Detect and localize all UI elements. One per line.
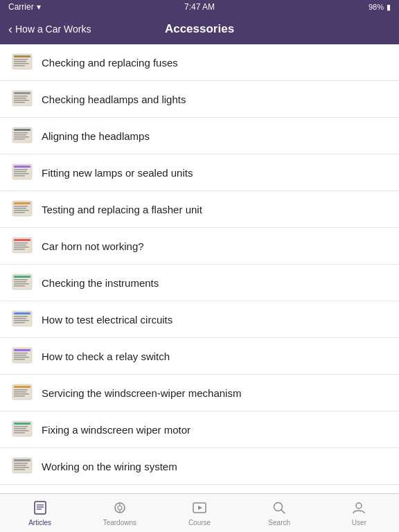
item-label: Testing and replacing a flasher unit [42,204,388,215]
item-icon [11,455,33,477]
svg-rect-28 [14,210,29,211]
item-label: Checking and replacing fuses [42,57,388,69]
svg-rect-41 [14,285,25,287]
status-time: 7:47 AM [184,2,215,12]
svg-rect-49 [14,349,30,351]
list-item[interactable]: Car horn not working? [0,228,399,265]
svg-rect-7 [14,92,30,94]
svg-rect-44 [14,316,28,317]
svg-rect-11 [14,102,25,103]
svg-rect-13 [14,129,30,131]
svg-rect-16 [14,136,29,138]
list-item[interactable]: Fitting new lamps or sealed units [0,154,399,191]
status-right: 98% ▮ [369,3,391,12]
course-tab-label: Course [188,519,211,526]
back-button[interactable]: ‹ How a Car Works [8,23,91,35]
search-tab-label: Search [268,519,290,526]
item-label: Working on the wiring system [42,461,388,472]
svg-rect-43 [14,312,30,314]
svg-rect-4 [14,63,29,64]
nav-bar: ‹ How a Car Works Accessories [0,14,399,44]
item-icon [11,272,33,294]
svg-rect-90 [35,502,46,514]
svg-rect-68 [14,463,28,464]
list-item[interactable]: Testing and replacing a flasher unit [0,191,399,228]
tab-articles[interactable]: Articles [0,494,80,532]
svg-rect-25 [14,202,30,204]
svg-rect-1 [14,55,30,57]
svg-rect-40 [14,283,29,285]
search-icon [272,500,287,517]
list-item[interactable]: Aligning the headlamps [0,118,399,154]
tab-course[interactable]: Course [159,494,239,532]
item-icon [11,308,33,330]
status-bar: Carrier ▾ 7:47 AM 98% ▮ [0,0,399,14]
svg-rect-32 [14,242,28,244]
svg-line-101 [281,510,285,513]
svg-rect-31 [14,239,30,241]
item-label: Checking headlamps and lights [42,94,388,105]
svg-rect-2 [14,59,28,60]
item-label: Car horn not working? [42,240,388,252]
articles-tab-label: Articles [28,519,51,526]
battery-icon: ▮ [387,3,391,12]
svg-rect-22 [14,173,29,175]
svg-rect-64 [14,430,29,432]
list-item[interactable]: How to test electrical circuits [0,301,399,338]
svg-rect-58 [14,393,29,395]
list-item[interactable]: Working on the wiring system [0,448,399,485]
item-label: How to test electrical circuits [42,314,388,326]
svg-rect-26 [14,206,28,207]
tab-user[interactable]: User [319,494,399,532]
item-icon [11,418,33,441]
item-icon [11,88,33,110]
item-icon [11,382,33,404]
battery-percentage: 98% [369,3,384,11]
item-icon [11,161,33,184]
carrier-label: Carrier [8,2,34,12]
svg-rect-56 [14,389,28,391]
svg-rect-65 [14,432,25,434]
item-icon [11,198,33,220]
list-item[interactable]: How to check a relay switch [0,338,399,375]
list-item[interactable]: Checking the instruments [0,265,399,301]
tab-bar: ArticlesTeardownsCourseSearchUser [0,493,399,532]
svg-rect-17 [14,139,25,140]
accessories-list: Checking and replacing fuses Checking he… [0,44,399,493]
tab-teardowns[interactable]: Teardowns [80,494,159,532]
list-item[interactable]: Checking and replacing fuses [0,44,399,81]
svg-rect-15 [14,134,26,136]
svg-point-95 [118,506,122,510]
svg-rect-61 [14,423,30,425]
svg-rect-46 [14,320,29,321]
svg-rect-67 [14,459,30,461]
teardowns-icon [112,500,127,517]
svg-rect-62 [14,426,28,427]
list-item[interactable]: Servicing the windscreen-wiper mechanism [0,375,399,411]
svg-rect-53 [14,359,25,360]
list-item[interactable]: Checking headlamps and lights [0,81,399,118]
item-icon [11,51,33,73]
item-label: Fixing a windscreen wiper motor [42,424,388,436]
item-label: Checking the instruments [42,277,388,289]
list-item[interactable]: Fixing a windscreen wiper motor [0,411,399,448]
svg-rect-21 [14,171,26,172]
svg-rect-8 [14,96,28,97]
svg-rect-38 [14,279,28,281]
svg-rect-33 [14,245,26,246]
svg-rect-51 [14,355,26,356]
item-label: How to check a relay switch [42,351,388,362]
item-icon [11,345,33,367]
svg-rect-50 [14,353,28,354]
user-tab-label: User [352,519,366,526]
item-label: Servicing the windscreen-wiper mechanism [42,387,388,399]
svg-rect-39 [14,281,26,283]
list-item[interactable]: Fitting a new speedometer cable [0,485,399,493]
item-label: Fitting new lamps or sealed units [42,167,388,179]
svg-rect-55 [14,386,30,388]
nav-title: Accessories [165,22,234,36]
svg-rect-20 [14,169,28,170]
tab-search[interactable]: Search [240,494,319,532]
item-icon [11,125,33,147]
articles-icon [33,500,48,517]
